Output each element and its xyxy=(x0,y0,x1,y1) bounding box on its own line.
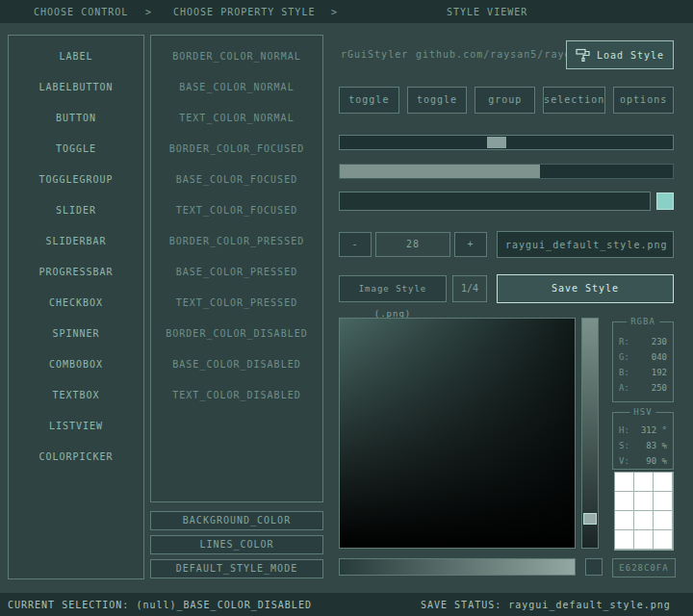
ratio-toggle[interactable]: 1/4 xyxy=(452,275,487,302)
rgba-group: RGBA R: 230 G: 040 B: 192 A: 250 xyxy=(612,321,674,402)
colorpicker-vertical-slider[interactable] xyxy=(581,318,599,549)
alpha-slider-box[interactable] xyxy=(585,558,603,576)
control-list-item[interactable]: SPINNER xyxy=(9,319,143,349)
top-header-bar: CHOOSE CONTROL > CHOOSE PROPERTY STYLE >… xyxy=(0,0,693,23)
toggle-button[interactable]: toggle xyxy=(407,87,468,114)
slider-demo[interactable] xyxy=(339,135,674,150)
control-list-item[interactable]: TEXTBOX xyxy=(9,380,143,411)
rgba-channel-label: R: xyxy=(619,334,629,349)
property-list-item[interactable]: BASE_COLOR_PRESSED xyxy=(151,257,322,288)
spinner-plus-button[interactable]: + xyxy=(454,232,487,257)
property-list-item[interactable]: TEXT_COLOR_DISABLED xyxy=(151,380,322,411)
rguistyler-window: CHOOSE CONTROL > CHOOSE PROPERTY STYLE >… xyxy=(0,0,693,616)
spinner-minus-button[interactable]: - xyxy=(339,232,372,257)
property-list-item[interactable]: BASE_COLOR_NORMAL xyxy=(151,72,322,103)
rgba-group-title: RGBA xyxy=(627,317,659,326)
toggle-button[interactable]: toggle xyxy=(339,87,399,114)
hsv-channel-label: H: xyxy=(619,423,629,438)
color-palette-grid[interactable] xyxy=(614,472,674,551)
control-list-item[interactable]: LISTVIEW xyxy=(9,411,143,442)
property-list-item[interactable]: BORDER_COLOR_FOCUSED xyxy=(151,134,322,165)
save-style-button[interactable]: Save Style xyxy=(497,274,674,303)
control-list-item[interactable]: SLIDERBAR xyxy=(9,226,143,257)
hsv-channel-value: 312 ° xyxy=(641,423,667,438)
extra-property-button[interactable]: LINES_COLOR xyxy=(150,535,323,554)
alpha-slider[interactable] xyxy=(339,558,576,576)
toggle-button[interactable]: selection xyxy=(543,87,605,114)
rgba-channel-value: 192 xyxy=(652,365,667,380)
extra-property-button[interactable]: BACKGROUND_COLOR xyxy=(150,511,323,530)
rgba-row: R: 230 xyxy=(613,334,673,349)
rgba-channel-label: A: xyxy=(619,380,629,396)
image-style-button[interactable]: Image Style (.png) xyxy=(339,275,447,302)
rgba-row: B: 192 xyxy=(613,365,673,380)
hsv-channel-value: 90 % xyxy=(646,453,667,469)
property-list-item[interactable]: BORDER_COLOR_NORMAL xyxy=(151,41,322,72)
extra-property-buttons: BACKGROUND_COLOR LINES_COLOR DEFAULT_STY… xyxy=(150,511,323,578)
chevron-right-icon: > xyxy=(145,7,152,17)
control-list-item[interactable]: LABEL xyxy=(9,41,143,72)
header-choose-property: CHOOSE PROPERTY STYLE xyxy=(173,7,315,17)
control-list-item[interactable]: CHECKBOX xyxy=(9,288,143,319)
textbox-demo[interactable] xyxy=(339,192,651,211)
control-list-item[interactable]: BUTTON xyxy=(9,103,143,134)
repo-link-label: github.com/raysan5/raygui xyxy=(416,49,585,60)
hsv-channel-value: 83 % xyxy=(646,438,667,453)
hsv-group: HSV H: 312 ° S: 83 % V: 90 % xyxy=(612,412,674,470)
header-style-viewer: STYLE VIEWER xyxy=(447,7,527,17)
property-list-item[interactable]: BORDER_COLOR_PRESSED xyxy=(151,226,322,257)
rgba-row: A: 250 xyxy=(613,380,673,396)
checkbox-demo[interactable] xyxy=(656,192,674,210)
load-style-label: Load Style xyxy=(597,50,664,61)
filename-textbox[interactable]: raygui_default_style.png xyxy=(497,231,674,258)
rgba-channel-value: 040 xyxy=(652,349,667,365)
current-selection-status: CURRENT SELECTION: (null)_BASE_COLOR_DIS… xyxy=(8,600,312,610)
hsv-group-title: HSV xyxy=(629,407,655,417)
header-choose-control: CHOOSE CONTROL xyxy=(34,7,128,17)
hsv-channel-label: S: xyxy=(619,438,629,453)
property-list-item[interactable]: TEXT_COLOR_NORMAL xyxy=(151,103,322,134)
rgba-channel-value: 250 xyxy=(652,380,667,396)
toggle-button[interactable]: options xyxy=(613,87,674,114)
property-list-item[interactable]: BASE_COLOR_FOCUSED xyxy=(151,165,322,195)
hsv-row: H: 312 ° xyxy=(613,423,673,438)
hsv-channel-label: V: xyxy=(619,453,629,469)
spinner-value[interactable]: 28 xyxy=(375,232,450,257)
control-list-item[interactable]: TOGGLEGROUP xyxy=(9,165,143,195)
paint-roller-icon xyxy=(576,48,591,62)
load-style-button[interactable]: Load Style xyxy=(566,40,674,69)
controls-list-panel: LABEL LABELBUTTON BUTTON TOGGLE TOGGLEGR… xyxy=(8,35,144,579)
property-list-item[interactable]: BASE_COLOR_DISABLED xyxy=(151,349,322,380)
hsv-row: V: 90 % xyxy=(613,453,673,469)
rgba-channel-label: B: xyxy=(619,365,629,380)
properties-list-panel: BORDER_COLOR_NORMAL BASE_COLOR_NORMAL TE… xyxy=(150,35,323,502)
rgba-channel-label: G: xyxy=(619,349,629,365)
hex-color-textbox[interactable]: E628C0FA xyxy=(612,558,676,578)
status-bar: CURRENT SELECTION: (null)_BASE_COLOR_DIS… xyxy=(0,593,693,616)
control-list-item[interactable]: TOGGLE xyxy=(9,134,143,165)
control-list-item[interactable]: SLIDER xyxy=(9,195,143,226)
control-list-item[interactable]: PROGRESSBAR xyxy=(9,257,143,288)
toggle-button[interactable]: group xyxy=(475,87,535,114)
colorpicker-sv-square[interactable] xyxy=(339,318,576,549)
property-list-item[interactable]: BORDER_COLOR_DISABLED xyxy=(151,319,322,349)
property-list-item[interactable]: TEXT_COLOR_FOCUSED xyxy=(151,195,322,226)
app-name-label: rGuiStyler xyxy=(341,49,408,60)
rgba-row: G: 040 xyxy=(613,349,673,365)
hsv-row: S: 83 % xyxy=(613,438,673,453)
hue-slider-handle[interactable] xyxy=(583,513,597,525)
control-list-item[interactable]: COMBOBOX xyxy=(9,349,143,380)
property-list-item[interactable]: TEXT_COLOR_PRESSED xyxy=(151,288,322,319)
slider-handle[interactable] xyxy=(487,137,506,148)
control-list-item[interactable]: LABELBUTTON xyxy=(9,72,143,103)
toggle-button-row: toggle toggle group selection options xyxy=(339,87,674,114)
progressbar-demo[interactable] xyxy=(339,164,674,179)
save-status: SAVE STATUS: raygui_default_style.png xyxy=(421,600,671,610)
chevron-right-icon: > xyxy=(331,7,338,17)
rgba-channel-value: 230 xyxy=(652,334,667,349)
extra-property-button[interactable]: DEFAULT_STYLE_MODE xyxy=(150,559,323,578)
control-list-item[interactable]: COLORPICKER xyxy=(9,442,143,473)
progressbar-fill xyxy=(340,165,540,178)
